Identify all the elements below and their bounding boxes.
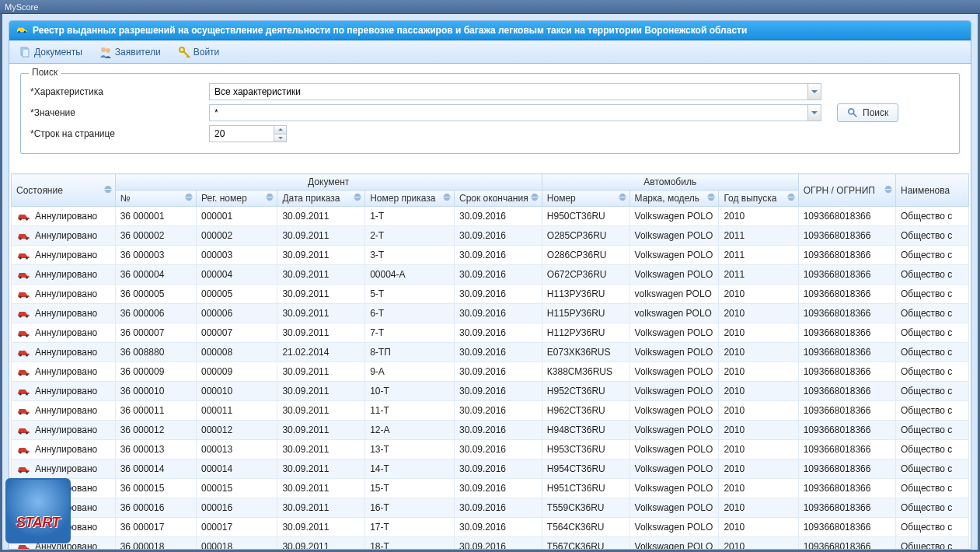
col-orddate[interactable]: Дата приказа — [277, 190, 365, 207]
value-input[interactable] — [210, 106, 821, 120]
table-row[interactable]: Аннулировано36 00888000000821.02.20148-Т… — [12, 343, 969, 362]
cell-num: 36 000015 — [115, 479, 196, 498]
col-num[interactable]: № — [115, 190, 196, 207]
table-row[interactable]: Аннулировано36 00000300000330.09.20113-Т… — [12, 246, 969, 265]
applicants-icon — [99, 46, 112, 58]
cell-carnum: Н952СТ36RU — [542, 382, 630, 401]
value-combo[interactable] — [209, 104, 821, 121]
table-row[interactable]: Аннулировано36 00001100001130.09.201111-… — [12, 401, 969, 421]
cell-expiry: 30.09.2016 — [454, 362, 542, 382]
cell-ogrn: 1093668018366 — [798, 498, 895, 518]
toolbar-documents[interactable]: Документы — [14, 44, 87, 61]
results-grid: Состояние Документ Автомобиль ОГРН / ОГР… — [11, 173, 969, 549]
car-status-icon — [16, 212, 30, 220]
cell-expiry: 30.09.2016 — [454, 323, 542, 343]
cell-ordnum: 8-ТП — [365, 343, 455, 362]
cell-regnum: 000001 — [197, 207, 277, 226]
app-panel: Реестр выданных разрешений на осуществле… — [9, 20, 971, 550]
cell-orddate: 30.09.2011 — [277, 421, 365, 440]
table-row[interactable]: Аннулировано36 00000700000730.09.20117-Т… — [12, 323, 969, 343]
window-titlebar[interactable]: MyScore — [0, 0, 980, 14]
search-button-label: Поиск — [863, 107, 888, 118]
status-label: Аннулировано — [35, 250, 97, 260]
col-group-document: Документ — [115, 174, 542, 190]
col-expiry[interactable]: Срок окончания — [454, 190, 542, 207]
toolbar-login[interactable]: Войти — [173, 44, 225, 61]
characteristic-combo[interactable] — [209, 83, 821, 100]
cell-carnum: О286СР36RU — [542, 246, 630, 265]
svg-point-32 — [19, 452, 22, 454]
status-label: Аннулировано — [35, 366, 97, 377]
rows-spinner-up[interactable] — [274, 126, 286, 135]
cell-year: 2010 — [719, 440, 798, 459]
table-row[interactable]: Аннулировано36 00000100000130.09.20111-Т… — [12, 207, 969, 226]
cell-regnum: 000017 — [197, 518, 277, 537]
table-row[interactable]: Аннулировано36 00001000001030.09.201110-… — [12, 382, 969, 401]
start-badge[interactable]: START — [5, 478, 71, 543]
table-row[interactable]: Аннулировано36 00001200001230.09.201112-… — [12, 421, 969, 440]
cell-ogrn: 1093668018366 — [798, 323, 895, 343]
value-trigger[interactable] — [807, 105, 821, 121]
svg-point-9 — [26, 218, 28, 221]
cell-ogrn: 1093668018366 — [798, 304, 895, 323]
table-row[interactable]: Аннулировано36 00001700001730.09.201117-… — [12, 518, 969, 537]
cell-year: 2010 — [719, 323, 798, 343]
characteristic-input[interactable] — [210, 85, 821, 99]
svg-point-35 — [26, 471, 28, 473]
cell-regnum: 000015 — [197, 479, 277, 498]
table-row[interactable]: Аннулировано36 00001400001430.09.201114-… — [12, 459, 969, 479]
cell-ogrn: 1093668018366 — [798, 479, 895, 498]
table-row[interactable]: Аннулировано36 00001300001330.09.201113-… — [12, 440, 969, 459]
col-company[interactable]: Наименова — [895, 174, 968, 207]
cell-num: 36 000002 — [115, 226, 196, 246]
cell-expiry: 30.09.2016 — [454, 304, 542, 323]
status-label: Аннулировано — [35, 424, 97, 435]
cell-model: Volkswagen POLO — [630, 401, 719, 421]
search-legend: Поиск — [29, 67, 61, 78]
table-row[interactable]: Аннулировано36 00001800001830.09.201118-… — [12, 537, 969, 550]
table-row[interactable]: Аннулировано36 00000200000230.09.20112-Т… — [12, 226, 969, 246]
cell-year: 2010 — [719, 518, 798, 537]
table-row[interactable]: Аннулировано36 00000500000530.09.20115-Т… — [12, 285, 969, 304]
cell-carnum: Н112РУ36RU — [542, 323, 630, 343]
svg-point-12 — [19, 257, 22, 260]
rows-spinner[interactable] — [209, 125, 287, 142]
cell-carnum: Т564СК36RU — [542, 518, 630, 537]
cell-ordnum: 9-А — [365, 362, 455, 382]
cell-year: 2010 — [719, 479, 798, 498]
cell-orddate: 30.09.2011 — [277, 440, 365, 459]
cell-ogrn: 1093668018366 — [798, 440, 895, 459]
cell-company: Общество с — [895, 537, 968, 550]
cell-regnum: 000014 — [197, 459, 277, 479]
cell-ordnum: 7-Т — [365, 323, 455, 343]
status-label: Аннулировано — [35, 386, 97, 397]
status-label: Аннулировано — [35, 230, 97, 241]
characteristic-trigger[interactable] — [807, 84, 821, 100]
cell-company: Общество с — [895, 382, 968, 401]
col-regnum[interactable]: Рег. номер — [197, 190, 277, 207]
cell-num: 36 000018 — [115, 537, 196, 550]
cell-company: Общество с — [895, 421, 968, 440]
car-status-icon — [16, 426, 30, 434]
col-year[interactable]: Год выпуска — [719, 190, 798, 207]
col-carnum[interactable]: Номер — [542, 190, 630, 207]
grid-wrap[interactable]: Состояние Документ Автомобиль ОГРН / ОГР… — [11, 173, 969, 549]
cell-expiry: 30.09.2016 — [454, 382, 542, 401]
table-row[interactable]: Аннулировано36 00001500001530.09.201115-… — [12, 479, 969, 498]
cell-company: Общество с — [895, 479, 968, 498]
status-label: Аннулировано — [35, 405, 97, 416]
table-row[interactable]: Аннулировано36 00000600000630.09.20116-Т… — [12, 304, 969, 323]
toolbar-applicants[interactable]: Заявители — [95, 44, 166, 61]
table-row[interactable]: Аннулировано36 00000400000430.09.2011000… — [12, 265, 969, 285]
col-model[interactable]: Марка, модель — [630, 190, 719, 207]
col-status[interactable]: Состояние — [12, 174, 116, 207]
car-status-icon — [16, 445, 30, 453]
cell-expiry: 30.09.2016 — [454, 479, 542, 498]
table-row[interactable]: Аннулировано36 00001600001630.09.201116-… — [12, 498, 969, 518]
col-ordnum[interactable]: Номер приказа — [365, 190, 455, 207]
search-button[interactable]: Поиск — [837, 103, 898, 122]
col-ogrn[interactable]: ОГРН / ОГРНИП — [798, 174, 895, 207]
rows-spinner-down[interactable] — [274, 135, 286, 142]
car-status-icon — [16, 251, 30, 259]
table-row[interactable]: Аннулировано36 00000900000930.09.20119-А… — [12, 362, 969, 382]
